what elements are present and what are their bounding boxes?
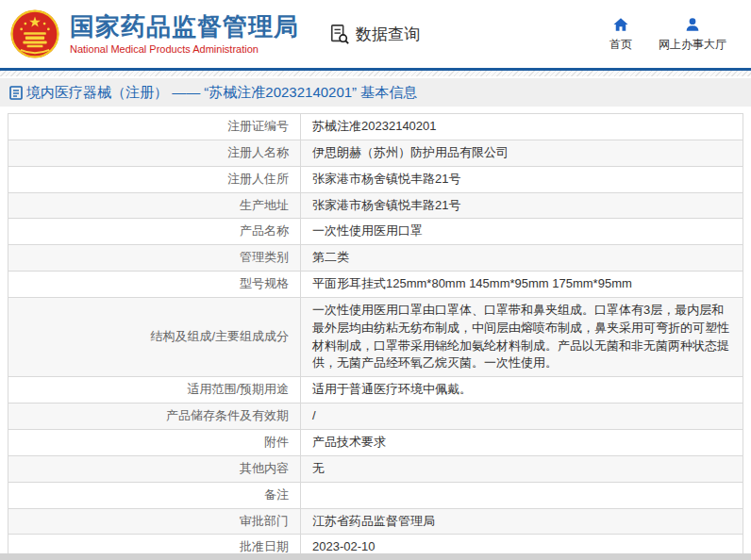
row-label: 其他内容 xyxy=(8,455,301,482)
table-row: 管理类别第二类 xyxy=(8,245,743,272)
page-bottom-edge xyxy=(0,553,751,560)
section-title-bar: 境内医疗器械（注册） —— “苏械注准20232140201” 基本信息 xyxy=(0,78,751,107)
row-label: 管理类别 xyxy=(8,245,301,272)
row-value: 伊思朗赫（苏州）防护用品有限公司 xyxy=(301,140,743,166)
info-table-body: 注册证编号苏械注准20232140201注册人名称伊思朗赫（苏州）防护用品有限公… xyxy=(8,114,743,560)
brand-block: 国家药品监督管理局 National Medical Products Admi… xyxy=(70,13,299,55)
row-value: / xyxy=(301,404,743,430)
row-value: 江苏省药品监督管理局 xyxy=(301,508,743,535)
row-value: 适用于普通医疗环境中佩戴。 xyxy=(301,377,743,404)
row-value: 平面形耳挂式125mm*80mm 145mm*95mm 175mm*95mm xyxy=(301,272,743,298)
row-value: 苏械注准20232140201 xyxy=(301,114,743,140)
document-icon xyxy=(9,86,23,100)
row-label: 注册人住所 xyxy=(8,166,301,192)
row-value: 无 xyxy=(301,455,743,482)
row-label: 产品储存条件及有效期 xyxy=(8,404,301,430)
table-row: 注册证编号苏械注准20232140201 xyxy=(8,114,743,140)
org-name-en: National Medical Products Administration xyxy=(70,43,299,55)
row-value: 一次性使用医用口罩由口罩体、口罩带和鼻夹组成。口罩体有3层，最内层和最外层均由纺… xyxy=(301,297,743,376)
page-header: 国家药品监督管理局 National Medical Products Admi… xyxy=(0,0,751,68)
table-row: 适用范围/预期用途适用于普通医疗环境中佩戴。 xyxy=(8,377,743,404)
top-nav: 首页 网上办事大厅 xyxy=(609,16,726,53)
row-label: 注册人名称 xyxy=(8,140,301,166)
row-label: 型号规格 xyxy=(8,272,301,298)
registration-info-table: 注册证编号苏械注准20232140201注册人名称伊思朗赫（苏州）防护用品有限公… xyxy=(8,113,743,560)
table-row: 注册人住所张家港市杨舍镇悦丰路21号 xyxy=(8,166,743,192)
nav-item-service-hall[interactable]: 网上办事大厅 xyxy=(659,16,726,53)
table-row: 备注 xyxy=(8,482,743,508)
table-row: 附件产品技术要求 xyxy=(8,429,743,455)
row-value: 产品技术要求 xyxy=(301,429,743,455)
nav-label-home: 首页 xyxy=(609,37,632,53)
nav-item-home[interactable]: 首页 xyxy=(609,16,632,53)
home-icon xyxy=(612,16,629,33)
table-row: 生产地址张家港市杨舍镇悦丰路21号 xyxy=(8,192,743,219)
row-label: 注册证编号 xyxy=(8,114,301,140)
row-label: 生产地址 xyxy=(8,192,301,219)
row-label: 结构及组成/主要组成成分 xyxy=(8,297,301,376)
row-value: 一次性使用医用口罩 xyxy=(301,219,743,245)
registration-info-table-wrap: 注册证编号苏械注准20232140201注册人名称伊思朗赫（苏州）防护用品有限公… xyxy=(8,113,743,560)
table-row: 审批部门江苏省药品监督管理局 xyxy=(8,508,743,535)
row-label: 产品名称 xyxy=(8,219,301,245)
table-row: 结构及组成/主要组成成分一次性使用医用口罩由口罩体、口罩带和鼻夹组成。口罩体有3… xyxy=(8,297,743,376)
row-value xyxy=(301,482,743,508)
row-label: 附件 xyxy=(8,429,301,455)
row-value: 张家港市杨舍镇悦丰路21号 xyxy=(301,192,743,219)
person-icon xyxy=(684,16,701,33)
row-value: 第二类 xyxy=(301,245,743,272)
document-search-icon xyxy=(329,24,350,44)
module-title: 数据查询 xyxy=(356,24,420,45)
nav-label-service-hall: 网上办事大厅 xyxy=(659,37,726,53)
data-query-module: 数据查询 xyxy=(329,24,420,45)
row-value: 张家港市杨舍镇悦丰路21号 xyxy=(301,166,743,192)
table-row: 其他内容无 xyxy=(8,455,743,482)
table-row: 型号规格平面形耳挂式125mm*80mm 145mm*95mm 175mm*95… xyxy=(8,272,743,298)
org-name: 国家药品监督管理局 xyxy=(70,13,299,41)
row-label: 审批部门 xyxy=(8,508,301,535)
section-title: 境内医疗器械（注册） —— “苏械注准20232140201” 基本信息 xyxy=(26,84,417,102)
table-row: 注册人名称伊思朗赫（苏州）防护用品有限公司 xyxy=(8,140,743,166)
hatched-strip xyxy=(0,71,751,76)
row-label: 备注 xyxy=(8,482,301,508)
table-row: 产品储存条件及有效期/ xyxy=(8,404,743,430)
table-row: 产品名称一次性使用医用口罩 xyxy=(8,219,743,245)
row-label: 适用范围/预期用途 xyxy=(8,377,301,404)
nmpa-emblem-logo xyxy=(9,8,60,59)
